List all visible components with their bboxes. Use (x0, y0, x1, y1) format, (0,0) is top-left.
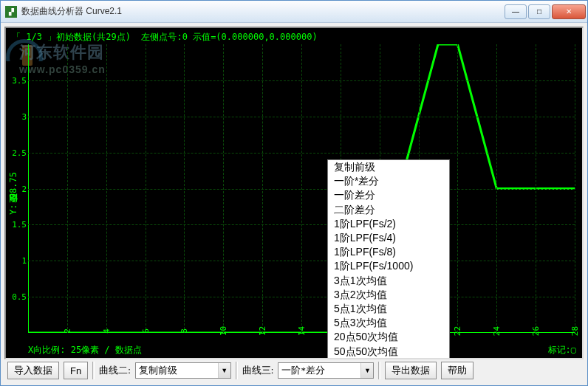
context-menu-item[interactable]: 50点50次均值 (328, 345, 449, 359)
curve2-label: 曲线二: (99, 364, 131, 377)
export-button[interactable]: 导出数据 (385, 362, 437, 379)
y-tick-label: 3.5 (12, 75, 27, 85)
context-menu-item[interactable]: 5点3次均值 (328, 316, 449, 330)
x-tick-label: 24 (492, 326, 502, 336)
context-menu-item[interactable]: 3点2次均值 (328, 288, 449, 302)
help-button[interactable]: 帮助 (441, 362, 474, 379)
x-tick-label: 10 (219, 326, 228, 336)
x-tick-label: 2 (62, 328, 72, 334)
chart-panel[interactable]: 河东软件园 www.pc0359.cn 「 1/3 」初始数据(共29点) 左侧… (4, 27, 584, 359)
context-menu-item[interactable]: 二级-初始 (328, 359, 449, 359)
context-menu-item[interactable]: 二阶差分 (328, 203, 449, 217)
grid-line-v (106, 44, 107, 333)
separator (236, 362, 238, 379)
titlebar[interactable]: ▞ 数据曲线分析器 Curve2.1 — □ ✕ (1, 1, 587, 23)
window-title: 数据曲线分析器 Curve2.1 (21, 5, 505, 18)
grid-line-v (496, 44, 497, 333)
curve2-value: 复制前级 (136, 364, 218, 377)
context-menu-item[interactable]: 20点50次均值 (328, 330, 449, 344)
x-tick-label: 22 (453, 326, 462, 336)
x-tick-label: 14 (297, 326, 307, 336)
curve3-value: 一阶*差分 (278, 364, 360, 377)
dropdown-arrow-icon: ▼ (360, 363, 373, 378)
import-button[interactable]: 导入数据 (7, 362, 59, 379)
grid-line-v (223, 44, 224, 333)
x-tick-label: 12 (258, 326, 267, 336)
y-tick-label: 2 (21, 184, 27, 193)
grid-line-v (536, 44, 536, 333)
grid-line-v (146, 44, 146, 333)
y-tick-label: 3 (21, 111, 27, 121)
x-tick-label: 26 (531, 326, 541, 336)
app-window: ▞ 数据曲线分析器 Curve2.1 — □ ✕ 河东软件园 www.pc035… (0, 0, 588, 386)
grid-line-v (67, 44, 68, 333)
y-tick-label: 1.5 (12, 220, 27, 230)
context-menu-item[interactable]: 复制前级 (328, 160, 449, 174)
curve3-combo[interactable]: 一阶*差分 ▼ (278, 362, 374, 379)
x-tick-label: 6 (140, 328, 150, 334)
grid-line-v (575, 44, 575, 333)
bottom-toolbar: 导入数据 Fn 曲线二: 复制前级 ▼ 曲线三: 一阶*差分 ▼ 导出数据 帮助 (4, 359, 584, 382)
grid-line-v (262, 44, 263, 333)
y-tick-label: 0.5 (12, 292, 27, 302)
y-tick-label: 2.5 (12, 148, 27, 157)
y-axis-title: Y向比例: 98.75 (7, 172, 20, 215)
chart-grid (28, 44, 575, 333)
grid-line-v (184, 44, 185, 333)
content-area: 河东软件园 www.pc0359.cn 「 1/3 」初始数据(共29点) 左侧… (1, 23, 587, 385)
curve3-label: 曲线三: (242, 364, 274, 377)
close-button[interactable]: ✕ (552, 4, 586, 19)
grid-line-v (301, 44, 302, 333)
app-icon: ▞ (5, 6, 17, 18)
dropdown-arrow-icon: ▼ (218, 363, 230, 378)
context-menu-item[interactable]: 1阶LPF(Fs/2) (328, 217, 449, 231)
context-menu-item[interactable]: 3点1次均值 (328, 274, 449, 288)
window-buttons: — □ ✕ (505, 4, 586, 19)
minimize-button[interactable]: — (505, 4, 527, 19)
x-tick-label: 28 (570, 326, 580, 336)
info-line: 「 1/3 」初始数据(共29点) 左侧点号:0 示值=(0.000000,0.… (12, 31, 318, 44)
separator (92, 362, 95, 379)
y-tick-label: 1 (21, 256, 27, 266)
context-menu: 复制前级一阶*差分一阶差分二阶差分1阶LPF(Fs/2)1阶LPF(Fs/4)1… (327, 159, 450, 359)
context-menu-item[interactable]: 一阶差分 (328, 188, 449, 202)
context-menu-item[interactable]: 一阶*差分 (328, 174, 449, 188)
context-menu-item[interactable]: 1阶LPF(Fs/1000) (328, 259, 449, 273)
x-tick-label: 8 (180, 328, 189, 334)
context-menu-item[interactable]: 5点1次均值 (328, 302, 449, 316)
context-menu-item[interactable]: 1阶LPF(Fs/8) (328, 245, 449, 259)
context-menu-item[interactable]: 1阶LPF(Fs/4) (328, 231, 449, 245)
x-tick-label: 4 (101, 328, 111, 334)
mark-label: 标记:▢ (548, 344, 576, 356)
separator (378, 362, 380, 379)
grid-line-v (457, 44, 458, 333)
fn-button[interactable]: Fn (64, 362, 88, 379)
curve2-combo[interactable]: 复制前级 ▼ (135, 362, 231, 379)
x-axis-title: X向比例: 25像素 / 数据点 (28, 344, 142, 356)
maximize-button[interactable]: □ (528, 4, 550, 19)
